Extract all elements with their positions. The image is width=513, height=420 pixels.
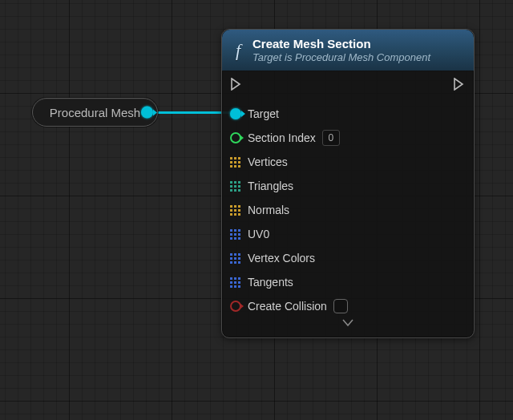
pin-normals[interactable] bbox=[230, 205, 241, 216]
pin-row-normals: Normals bbox=[230, 198, 466, 222]
node-procedural-mesh-label: Procedural Mesh bbox=[50, 106, 140, 119]
pin-target[interactable] bbox=[230, 108, 241, 119]
pin-row-tangents: Tangents bbox=[230, 270, 466, 294]
pin-vertex-colors[interactable] bbox=[230, 253, 241, 264]
pin-row-triangles: Triangles bbox=[230, 174, 466, 198]
wire-procedural-mesh-to-target bbox=[151, 111, 232, 114]
node-title-block: Create Mesh Section Target is Procedural… bbox=[252, 37, 430, 64]
pin-output-object[interactable] bbox=[141, 107, 153, 119]
exec-pin-out[interactable] bbox=[453, 78, 466, 91]
input-section-index[interactable]: 0 bbox=[322, 130, 340, 146]
node-subtitle: Target is Procedural Mesh Component bbox=[252, 51, 430, 64]
pin-tangents[interactable] bbox=[230, 277, 241, 288]
node-procedural-mesh[interactable]: Procedural Mesh bbox=[32, 98, 158, 127]
pin-label-normals: Normals bbox=[248, 204, 289, 216]
pin-label-vertices: Vertices bbox=[248, 155, 288, 168]
pin-uv0[interactable] bbox=[230, 229, 241, 240]
exec-pin-in[interactable] bbox=[230, 78, 243, 91]
pin-row-uv0: UV0 bbox=[230, 222, 466, 246]
node-body: Target Section Index 0 Vertices Triangle… bbox=[222, 71, 474, 337]
pin-vertices[interactable] bbox=[230, 157, 241, 168]
checkbox-create-collision[interactable] bbox=[333, 299, 348, 313]
function-icon: f bbox=[230, 39, 246, 62]
pin-label-target: Target bbox=[248, 107, 279, 120]
pin-row-create-collision: Create Collision bbox=[230, 294, 466, 318]
pin-row-vertices: Vertices bbox=[230, 150, 466, 174]
pin-label-create-collision: Create Collision bbox=[248, 300, 327, 313]
chevron-down-icon bbox=[342, 319, 353, 327]
pin-row-vertex-colors: Vertex Colors bbox=[230, 246, 466, 270]
pin-label-section-index: Section Index bbox=[248, 131, 316, 144]
pin-section-index[interactable] bbox=[230, 132, 241, 143]
expand-button[interactable] bbox=[230, 318, 466, 334]
node-title: Create Mesh Section bbox=[252, 37, 430, 51]
pin-row-section-index: Section Index 0 bbox=[230, 126, 466, 150]
node-header[interactable]: f Create Mesh Section Target is Procedur… bbox=[222, 30, 474, 71]
pin-label-uv0: UV0 bbox=[248, 228, 269, 240]
pin-label-tangents: Tangents bbox=[248, 276, 293, 289]
node-create-mesh-section[interactable]: f Create Mesh Section Target is Procedur… bbox=[221, 29, 475, 338]
pin-label-triangles: Triangles bbox=[248, 180, 293, 192]
pin-triangles[interactable] bbox=[230, 181, 241, 192]
pin-label-vertex-colors: Vertex Colors bbox=[248, 252, 315, 265]
pin-create-collision[interactable] bbox=[230, 301, 241, 312]
pin-row-target: Target bbox=[230, 102, 466, 126]
